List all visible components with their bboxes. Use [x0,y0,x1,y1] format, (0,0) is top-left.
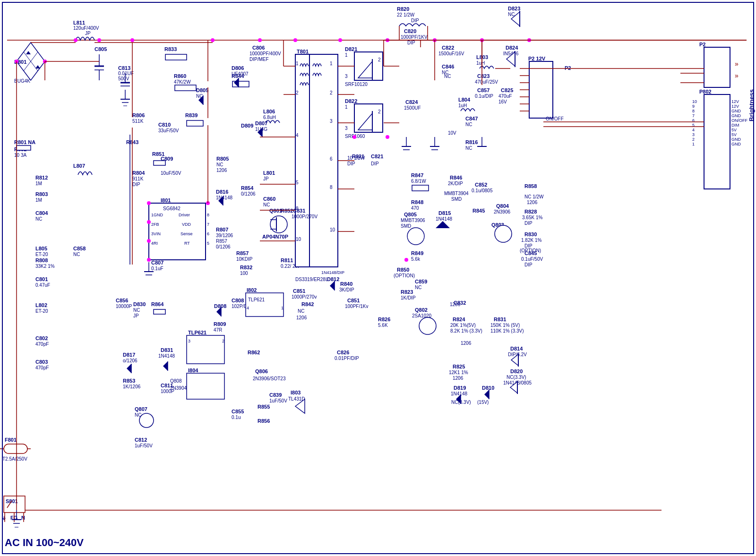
svg-text:R842: R842 [301,301,314,307]
svg-text:»: » [735,60,739,68]
svg-text:0.1u: 0.1u [232,415,241,420]
svg-text:ET-20: ET-20 [35,308,48,314]
svg-text:6: 6 [207,231,209,236]
svg-text:AP04N70P: AP04N70P [262,234,288,240]
svg-text:NC: NC [465,122,472,127]
svg-text:1uH: 1uH [458,103,467,108]
svg-text:500V: 500V [118,76,129,81]
svg-text:10: 10 [296,237,301,242]
svg-text:D807: D807 [255,120,267,126]
svg-text:MMBT3904: MMBT3904 [444,191,469,196]
svg-text:D812: D812 [327,276,339,282]
svg-text:R824: R824 [453,316,465,322]
svg-text:R855: R855 [258,404,270,410]
svg-text:NC: NC [415,285,421,290]
svg-point-419 [258,38,262,42]
svg-text:DIP: DIP [407,40,415,45]
svg-text:1K/DIP: 1K/DIP [401,295,416,300]
svg-text:P2 12V: P2 12V [528,56,546,61]
svg-text:2: 2 [378,109,381,114]
svg-text:L802: L802 [35,302,47,308]
svg-text:110K 1% (3.3V): 110K 1% (3.3V) [490,328,524,334]
svg-text:5V: 5V [731,128,737,132]
svg-text:R825: R825 [453,364,465,369]
svg-text:C802: C802 [35,335,48,341]
svg-text:C826: C826 [337,350,349,355]
svg-text:L811: L811 [73,20,85,26]
page-title: AC IN 100~240V [5,537,84,549]
svg-text:D821: D821 [345,46,357,52]
svg-text:6.8/1W: 6.8/1W [411,179,426,184]
svg-text:511K: 511K [132,119,144,124]
svg-text:R807: R807 [216,227,228,232]
svg-text:C823: C823 [477,73,490,79]
svg-point-432 [352,135,356,139]
svg-text:C812: C812 [135,437,147,443]
svg-text:C825: C825 [501,87,513,93]
svg-text:C856: C856 [116,298,128,303]
svg-point-430 [147,258,151,262]
svg-text:L805: L805 [35,246,47,251]
svg-text:2: 2 [378,57,381,62]
brightness-label: Brightness [748,89,755,121]
svg-text:C810: C810 [158,122,171,128]
svg-text:D805: D805 [196,87,208,93]
svg-rect-125 [175,85,196,91]
svg-text:0.01PF/DIP: 0.01PF/DIP [335,356,359,361]
svg-text:3.65K 1%: 3.65K 1% [522,215,542,220]
svg-text:1.82K 1%: 1.82K 1% [521,238,541,243]
svg-text:1N4148: 1N4148 [158,353,175,359]
svg-text:8: 8 [692,109,695,113]
svg-rect-105 [154,309,165,314]
svg-text:C804: C804 [35,210,48,216]
svg-text:JP: JP [85,31,91,36]
svg-text:5: 5 [207,241,209,246]
svg-text:NC: NC [444,74,451,79]
svg-text:R816: R816 [465,139,478,145]
svg-text:SMD: SMD [451,197,462,202]
svg-text:DIP: DIP [524,262,533,267]
svg-text:1000P/270V: 1000P/270V [292,214,318,219]
svg-text:3: 3 [345,74,348,79]
svg-text:DS3319/ER28L: DS3319/ER28L [295,277,328,282]
svg-text:D810: D810 [482,385,494,391]
svg-text:R831: R831 [494,316,506,322]
svg-text:(OPTION): (OPTION) [520,248,541,253]
svg-text:C806: C806 [252,45,265,51]
svg-text:C846: C846 [442,64,454,69]
svg-text:DIP: DIP [132,182,140,187]
svg-text:2N3904: 2N3904 [170,385,187,391]
svg-text:R840: R840 [340,281,352,287]
svg-text:5.6k: 5.6k [411,257,421,262]
svg-text:GND: GND [731,137,741,142]
svg-text:2: 2 [296,90,299,95]
svg-text:DIP: DIP [347,161,355,166]
svg-point-429 [147,239,151,243]
svg-text:R803: R803 [35,191,48,197]
svg-text:1206: 1206 [461,341,472,346]
svg-text:R845: R845 [472,208,485,214]
svg-text:Sense: Sense [180,231,193,236]
svg-text:33uF/50V: 33uF/50V [158,128,179,133]
svg-text:VIN: VIN [154,231,161,236]
svg-text:⏚: ⏚ [2,515,6,521]
svg-text:4: 4 [247,306,249,310]
svg-text:1: 1 [345,104,348,110]
svg-text:8: 8 [207,213,209,217]
svg-text:C839: C839 [269,392,282,398]
svg-rect-127 [165,54,187,60]
svg-text:10uF/50V: 10uF/50V [161,171,181,176]
svg-text:DIM: DIM [731,123,739,128]
svg-text:NC: NC [35,216,42,222]
svg-text:D822: D822 [345,98,357,104]
svg-text:NC(3.3V): NC(3.3V) [507,375,526,380]
svg-text:DIP: DIP [524,221,533,226]
svg-text:9: 9 [692,104,695,109]
svg-rect-0 [0,0,756,556]
svg-text:R857: R857 [216,239,227,244]
svg-point-426 [147,201,151,205]
svg-text:3K/DIP: 3K/DIP [339,287,354,292]
svg-text:C851: C851 [293,288,305,294]
svg-text:R858: R858 [524,183,537,189]
svg-text:10 3A: 10 3A [14,153,26,158]
